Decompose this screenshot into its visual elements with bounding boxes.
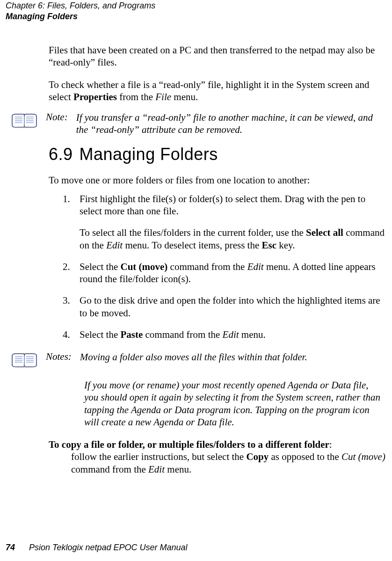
manual-title: Psion Teklogix netpad EPOC User Manual [29, 543, 188, 552]
note-block-2: Notes: Moving a folder also moves all th… [11, 351, 385, 371]
header-chapter: Chapter 6: Files, Folders, and Programs [6, 1, 386, 11]
note-text: If you transfer a “read-only” file to an… [76, 111, 385, 136]
text: from the [117, 91, 155, 102]
book-icon [11, 352, 37, 371]
cut-move-ital: Cut (move) [341, 451, 385, 462]
text: To select all the files/folders in the c… [80, 227, 306, 238]
page-footer: 74Psion Teklogix netpad EPOC User Manual [6, 543, 188, 553]
text: key. [276, 240, 295, 251]
step-1: First highlight the file(s) or folder(s)… [63, 193, 385, 251]
step-3-text: Go to the disk drive and open the folder… [80, 295, 380, 318]
book-icon [11, 112, 37, 131]
text: follow the earlier instructions, but sel… [71, 451, 246, 462]
note-block-1: Note: If you transfer a “read-only” file… [11, 111, 385, 136]
text: : [329, 439, 332, 450]
edit-menu-label: Edit [106, 240, 123, 251]
svg-point-1 [13, 366, 36, 368]
step-4: Select the Paste command from the Edit m… [63, 328, 385, 341]
section-title: Managing Folders [80, 145, 218, 164]
text: menu. [239, 329, 266, 340]
intro-paragraph-2: To check whether a file is a “read-only”… [49, 79, 385, 103]
step-2: Select the Cut (move) command from the E… [63, 261, 385, 285]
svg-point-0 [13, 126, 36, 128]
text: Select the [80, 329, 120, 340]
file-menu-label: File [155, 91, 171, 102]
text: menu. [165, 464, 191, 475]
text: command from the [71, 464, 148, 475]
notes-text-2: If you move (or rename) your most recent… [84, 379, 385, 428]
section-number: 6.9 [49, 145, 73, 164]
text: command from the [143, 329, 222, 340]
copy-heading: To copy a file or folder, or multiple fi… [49, 438, 385, 451]
text: Select the [80, 261, 120, 272]
paste-label: Paste [120, 329, 143, 340]
step-3: Go to the disk drive and open the folder… [63, 294, 385, 319]
properties-label: Properties [73, 91, 117, 102]
edit-menu-label: Edit [247, 261, 264, 272]
intro-paragraph-1: Files that have been created on a PC and… [49, 44, 385, 69]
esc-key-label: Esc [261, 240, 276, 251]
cut-move-label: Cut (move) [120, 261, 167, 272]
header-section-title: Managing Folders [6, 12, 386, 22]
notes-text-1: Moving a folder also moves all the files… [80, 351, 385, 363]
text: menu. [171, 91, 198, 102]
section-heading-6-9: 6.9Managing Folders [49, 145, 386, 164]
copy-label: Copy [246, 451, 269, 462]
text: command from the [167, 261, 247, 272]
notes-label: Notes: [46, 351, 72, 363]
page-number: 74 [6, 543, 15, 552]
steps-list: First highlight the file(s) or folder(s)… [63, 193, 385, 341]
text: as opposed to the [269, 451, 341, 462]
edit-menu-label: Edit [223, 329, 239, 340]
copy-body: follow the earlier instructions, but sel… [71, 451, 385, 475]
edit-menu-label: Edit [148, 464, 165, 475]
text: menu. To deselect items, press the [123, 240, 261, 251]
step-1-text: First highlight the file(s) or folder(s)… [80, 193, 365, 217]
step-1-sub: To select all the files/folders in the c… [80, 226, 385, 251]
select-all-label: Select all [306, 227, 343, 238]
copy-lead: To copy a file or folder, or multiple fi… [49, 439, 329, 450]
section-lead: To move one or more folders or files fro… [49, 174, 385, 186]
note-label: Note: [46, 111, 68, 123]
